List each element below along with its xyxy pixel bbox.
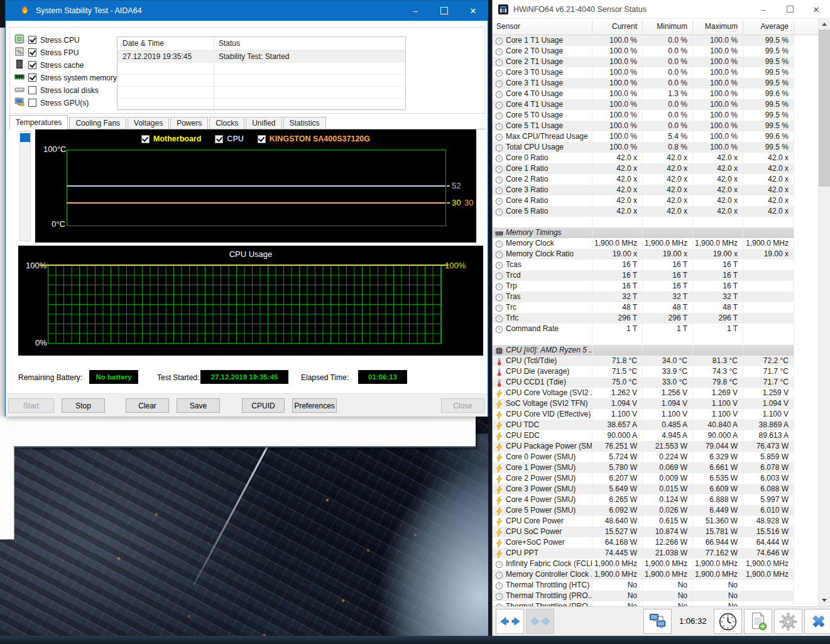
sensor-row[interactable]: Core 3 T1 Usage100.0 %0.0 %100.0 %99.5 % — [493, 78, 818, 89]
sensor-table-header[interactable]: SensorCurrentMinimumMaximumAverage — [493, 19, 818, 35]
sensor-row[interactable]: Core 4 Power (SMU)6.265 W0.124 W6.888 W5… — [493, 494, 818, 505]
sensor-row[interactable]: CPU PPT74.445 W21.038 W77.162 W74.646 W — [493, 548, 818, 559]
log-table-header[interactable]: Date & Time Status — [117, 37, 405, 51]
sensor-row[interactable]: Core 5 Ratio42.0 x42.0 x42.0 x42.0 x — [493, 206, 818, 217]
column-header-maximum[interactable]: Maximum — [692, 22, 738, 31]
reset-clock-button[interactable] — [714, 609, 742, 634]
scroll-down-button[interactable] — [819, 595, 830, 606]
stress-checkbox[interactable] — [28, 48, 36, 57]
log-row[interactable] — [117, 99, 405, 111]
sensor-row[interactable]: Core 3 Ratio42.0 x42.0 x42.0 x42.0 x — [493, 185, 818, 195]
log-header-datetime[interactable]: Date & Time — [123, 39, 164, 48]
sensor-row[interactable]: CPU Core Power48.640 W0.615 W51.360 W48.… — [493, 516, 818, 527]
column-header-average[interactable]: Average — [743, 22, 789, 31]
save-button[interactable]: Save — [177, 398, 220, 413]
column-header-minimum[interactable]: Minimum — [642, 22, 687, 31]
sensor-row[interactable]: Memory Controller Clock ...1,900.0 MHz1,… — [493, 569, 818, 580]
sensor-row[interactable]: Core 2 Ratio42.0 x42.0 x42.0 x42.0 x — [493, 174, 818, 185]
sensor-row[interactable]: Thermal Throttling (PRO...NoNoNo — [493, 591, 818, 601]
maximize-button[interactable] — [430, 1, 459, 21]
legend-item-motherboard[interactable]: Motherboard — [141, 134, 201, 143]
sensor-row[interactable]: Core 0 Ratio42.0 x42.0 x42.0 x42.0 x — [493, 153, 818, 163]
sensor-row[interactable]: Command Rate1 T1 T1 T — [493, 324, 818, 334]
sensor-row[interactable]: Core 1 Power (SMU)5.780 W0.069 W6.661 W6… — [493, 462, 818, 473]
stress-option-stress-gpu-s-[interactable]: Stress GPU(s) — [14, 97, 89, 108]
aida64-titlebar[interactable]: System Stability Test - AIDA64 – ✕ — [6, 1, 488, 21]
tab-powers[interactable]: Powers — [170, 117, 208, 129]
sensor-row[interactable]: Core 1 T1 Usage100.0 %0.0 %100.0 %99.5 % — [493, 35, 818, 46]
sensor-row[interactable]: CPU SoC Power15.527 W10.874 W15.781 W15.… — [493, 527, 818, 537]
close-button[interactable]: ✕ — [459, 1, 488, 21]
close-sensors-button[interactable] — [804, 609, 830, 634]
sensor-row[interactable]: CPU (Tctl/Tdie)71.8 °C34.0 °C81.3 °C72.2… — [493, 356, 818, 366]
sensor-row[interactable]: Trc48 T48 T48 T — [493, 302, 818, 313]
tab-temperatures[interactable]: Temperatures — [9, 115, 68, 129]
sensor-row[interactable]: CPU Package Power (SMU)76.251 W21.553 W7… — [493, 441, 818, 452]
sensor-row[interactable]: Thermal Throttling (HTC)NoNoNo — [493, 580, 818, 591]
stress-checkbox[interactable] — [28, 86, 36, 94]
sensor-row[interactable]: Trp16 T16 T16 T — [493, 281, 818, 292]
sensor-row[interactable]: Core 2 Power (SMU)6.207 W0.009 W6.535 W6… — [493, 473, 818, 484]
maximize-button[interactable] — [784, 5, 796, 14]
legend-checkbox[interactable] — [258, 135, 266, 143]
preferences-button[interactable]: Preferences — [292, 398, 337, 413]
tab-unified[interactable]: Unified — [246, 117, 281, 129]
legend-checkbox[interactable] — [141, 135, 150, 143]
sensor-row[interactable]: Core 5 Power (SMU)6.092 W0.026 W6.449 W6… — [493, 505, 818, 516]
stress-option-stress-cpu[interactable]: Stress CPU — [14, 35, 80, 45]
scrollbar-handle[interactable] — [20, 133, 30, 142]
sensor-table-scrollbar[interactable] — [818, 19, 830, 606]
expand-columns-button[interactable] — [496, 609, 524, 634]
tab-clocks[interactable]: Clocks — [209, 117, 244, 129]
settings-button[interactable] — [774, 609, 802, 634]
minimize-button[interactable]: – — [757, 5, 770, 14]
log-header-status[interactable]: Status — [219, 39, 240, 48]
sensor-row[interactable]: CPU Core Voltage (SVI2 ...1.262 V1.256 V… — [493, 388, 818, 398]
close-button[interactable]: ✕ — [810, 5, 822, 14]
collapse-columns-button[interactable] — [526, 609, 554, 634]
logging-button[interactable] — [744, 609, 772, 634]
tab-voltages[interactable]: Voltages — [128, 117, 169, 129]
sensor-row[interactable]: Tcas16 T16 T16 T — [493, 259, 818, 270]
scroll-up-button[interactable] — [819, 19, 830, 30]
sensor-row[interactable]: Memory Clock1,900.0 MHz1,900.0 MHz1,900.… — [493, 238, 818, 249]
sensor-row[interactable]: SoC Voltage (SVI2 TFN)1.094 V1.094 V1.10… — [493, 398, 818, 409]
legend-item-kingston-sa400s37120g[interactable]: KINGSTON SA400S37120G — [258, 134, 370, 143]
sensor-row[interactable]: Memory Clock Ratio19.00 x19.00 x19.00 x1… — [493, 249, 818, 259]
log-row[interactable] — [117, 75, 405, 87]
legend-item-cpu[interactable]: CPU — [215, 134, 243, 143]
tab-statistics[interactable]: Statistics — [283, 117, 326, 129]
sensor-row[interactable]: Infinity Fabric Clock (FCLK)1,900.0 MHz1… — [493, 559, 818, 569]
sensor-section-row[interactable]: CPU [#0]: AMD Ryzen 5 ... — [493, 345, 818, 356]
stress-option-stress-local-disks[interactable]: Stress local disks — [14, 85, 99, 96]
sensor-row[interactable]: Core 4 T1 Usage100.0 %0.0 %100.0 %99.5 % — [493, 99, 818, 110]
sensor-row[interactable]: Core 3 T0 Usage100.0 %0.0 %100.0 %99.5 % — [493, 67, 818, 78]
sensor-row[interactable]: Core 2 T0 Usage100.0 %0.0 %100.0 %99.5 % — [493, 46, 818, 57]
sensor-row[interactable]: Total CPU Usage100.0 %0.8 %100.0 %99.5 % — [493, 142, 818, 153]
sensor-row[interactable]: Thermal Throttling (PRO...NoNoNo — [493, 601, 818, 606]
log-row[interactable]: 27.12.2019 19:35:45Stability Test: Start… — [117, 51, 405, 63]
sensor-section-row[interactable]: Memory Timings — [493, 227, 818, 238]
sensor-row[interactable]: Max CPU/Thread Usage100.0 %5.4 %100.0 %9… — [493, 131, 818, 142]
legend-checkbox[interactable] — [215, 135, 223, 143]
sensor-row[interactable]: Core 5 T0 Usage100.0 %0.0 %100.0 %99.5 % — [493, 110, 818, 121]
stress-option-stress-system-memory[interactable]: Stress system memory — [14, 72, 117, 83]
stability-log-table[interactable]: Date & Time Status 27.12.2019 19:35:45St… — [117, 36, 406, 110]
cpuid-button[interactable]: CPUID — [242, 398, 285, 413]
stop-button[interactable]: Stop — [62, 398, 105, 413]
sensor-row[interactable]: CPU Core VID (Effective)1.100 V1.100 V1.… — [493, 409, 818, 420]
sensor-row[interactable]: CPU EDC90.000 A4.945 A90.000 A89.613 A — [493, 430, 818, 441]
scrollbar-handle[interactable] — [819, 30, 830, 187]
stress-checkbox[interactable] — [28, 36, 36, 44]
temperature-graph-scrollbar[interactable] — [19, 131, 31, 241]
sensor-row[interactable]: CPU TDC38.657 A0.485 A40.840 A38.869 A — [493, 420, 818, 430]
sensor-row[interactable]: Core 1 Ratio42.0 x42.0 x42.0 x42.0 x — [493, 163, 818, 174]
sensor-row[interactable]: Trfc296 T296 T296 T — [493, 313, 818, 324]
remote-monitoring-button[interactable] — [643, 609, 672, 634]
stress-checkbox[interactable] — [28, 74, 36, 82]
tab-cooling-fans[interactable]: Cooling Fans — [69, 117, 126, 129]
clear-button[interactable]: Clear — [126, 398, 169, 413]
sensor-row[interactable]: Core 3 Power (SMU)5.649 W0.015 W6.609 W6… — [493, 484, 818, 494]
sensor-row[interactable]: Core 0 Power (SMU)5.724 W0.224 W6.329 W5… — [493, 452, 818, 462]
stress-checkbox[interactable] — [28, 99, 36, 107]
